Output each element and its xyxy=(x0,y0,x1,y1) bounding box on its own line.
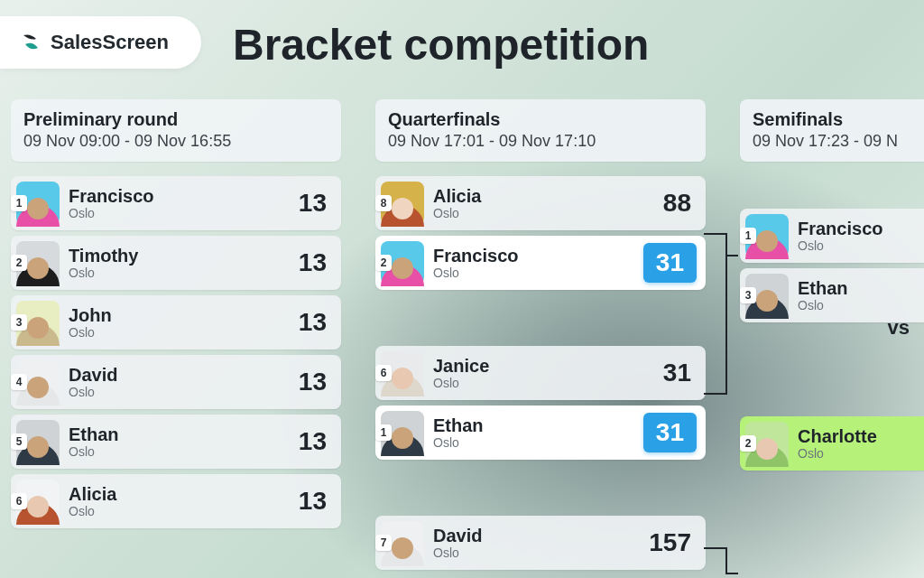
player-row[interactable]: 2FranciscoOslo31 xyxy=(375,236,706,290)
player-location: Oslo xyxy=(433,206,481,220)
avatar: 6 xyxy=(381,351,424,395)
match: 6JaniceOslo311EthanOslo31 xyxy=(375,346,706,460)
player-name: David xyxy=(433,526,482,545)
player-score: 13 xyxy=(299,368,332,396)
avatar: 4 xyxy=(16,360,60,404)
round-name: Quarterfinals xyxy=(388,108,693,130)
player-location: Oslo xyxy=(798,446,877,461)
connector xyxy=(704,547,727,549)
player-name: Ethan xyxy=(433,415,484,435)
seed-badge: 1 xyxy=(11,195,27,211)
player-row[interactable]: 1FranciscoOslo xyxy=(740,209,924,263)
player-name: Francisco xyxy=(433,246,518,266)
player-info: EthanOslo xyxy=(69,424,119,459)
avatar: 1 xyxy=(381,411,424,454)
player-row[interactable]: 5EthanOslo13 xyxy=(11,415,341,469)
player-info: JaniceOslo xyxy=(433,356,489,390)
player-name: Alicia xyxy=(433,186,481,206)
player-location: Oslo xyxy=(69,206,153,220)
player-info: AliciaOslo xyxy=(69,484,116,518)
player-row[interactable]: 6JaniceOslo31 xyxy=(375,346,706,400)
round-dates: 09 Nov 09:00 - 09 Nov 16:55 xyxy=(23,132,328,151)
player-info: CharlotteOslo xyxy=(798,426,877,461)
bracket-columns: Preliminary round 09 Nov 09:00 - 09 Nov … xyxy=(11,99,924,578)
avatar: 6 xyxy=(16,480,60,523)
player-score: 31 xyxy=(663,359,697,387)
brand-logo: SalesScreen xyxy=(0,16,201,69)
player-location: Oslo xyxy=(69,266,138,280)
player-info: JohnOslo xyxy=(69,305,112,340)
player-name: Charlotte xyxy=(798,426,877,446)
player-row[interactable]: 1EthanOslo31 xyxy=(375,406,706,460)
round-dates: 09 Nov 17:23 - 09 N xyxy=(753,132,924,151)
player-row[interactable]: 8AliciaOslo88 xyxy=(375,176,706,230)
quarterfinals-list: 8AliciaOslo882FranciscoOslo316JaniceOslo… xyxy=(375,176,706,570)
vs-label: vs xyxy=(888,316,910,340)
connector xyxy=(704,393,727,395)
round-header-preliminary: Preliminary round 09 Nov 09:00 - 09 Nov … xyxy=(11,99,341,162)
player-score: 13 xyxy=(299,308,332,337)
column-preliminary: Preliminary round 09 Nov 09:00 - 09 Nov … xyxy=(11,99,341,534)
player-info: FranciscoOslo xyxy=(433,246,518,280)
connector xyxy=(725,255,727,395)
player-row[interactable]: 3EthanOslo xyxy=(740,268,924,322)
player-name: Ethan xyxy=(69,424,119,444)
player-info: EthanOslo xyxy=(798,278,848,312)
avatar: 1 xyxy=(745,214,789,257)
player-name: Alicia xyxy=(69,484,116,504)
seed-badge: 1 xyxy=(740,228,756,244)
avatar: 3 xyxy=(745,274,789,317)
match: 7DavidOslo157 xyxy=(375,516,706,570)
player-location: Oslo xyxy=(433,545,482,560)
seed-badge: 3 xyxy=(740,287,756,303)
seed-badge: 2 xyxy=(11,255,27,271)
player-name: David xyxy=(69,365,117,385)
player-location: Oslo xyxy=(69,325,112,340)
player-row[interactable]: 6AliciaOslo13 xyxy=(11,474,341,528)
player-location: Oslo xyxy=(69,385,117,399)
avatar: 2 xyxy=(745,422,789,465)
player-name: Timothy xyxy=(69,246,138,266)
connector xyxy=(725,255,738,256)
page-title: Bracket competition xyxy=(233,20,649,70)
column-quarterfinals: Quarterfinals 09 Nov 17:01 - 09 Nov 17:1… xyxy=(375,99,706,578)
player-name: John xyxy=(69,305,112,325)
brand-icon xyxy=(20,32,42,53)
player-row[interactable]: 2CharlotteOslo xyxy=(740,416,924,471)
seed-badge: 2 xyxy=(740,435,756,452)
connector xyxy=(725,233,727,255)
player-info: FranciscoOslo xyxy=(69,186,153,220)
avatar: 8 xyxy=(381,182,424,225)
round-header-quarterfinals: Quarterfinals 09 Nov 17:01 - 09 Nov 17:1… xyxy=(375,99,706,162)
player-score: 157 xyxy=(649,528,697,557)
player-row[interactable]: 2TimothyOslo13 xyxy=(11,236,341,290)
column-semifinals: Semifinals 09 Nov 17:23 - 09 N 1Francisc… xyxy=(740,99,924,476)
player-row[interactable]: 1FranciscoOslo13 xyxy=(11,176,341,230)
player-info: EthanOslo xyxy=(433,415,484,450)
player-location: Oslo xyxy=(69,504,116,518)
round-name: Preliminary round xyxy=(23,108,328,130)
round-header-semifinals: Semifinals 09 Nov 17:23 - 09 N xyxy=(740,99,924,162)
round-dates: 09 Nov 17:01 - 09 Nov 17:10 xyxy=(388,132,693,151)
spacer xyxy=(740,328,924,416)
avatar: 2 xyxy=(381,241,424,284)
player-row[interactable]: 4DavidOslo13 xyxy=(11,355,341,409)
player-score: 88 xyxy=(663,189,697,218)
avatar: 1 xyxy=(16,182,60,225)
player-row[interactable]: 3JohnOslo13 xyxy=(11,295,341,350)
seed-badge: 7 xyxy=(375,535,392,551)
player-score: 13 xyxy=(299,487,332,516)
player-score: 13 xyxy=(299,427,332,456)
player-location: Oslo xyxy=(433,266,518,280)
connector xyxy=(704,233,727,235)
connector xyxy=(725,573,738,574)
round-name: Semifinals xyxy=(753,108,924,130)
connector xyxy=(725,547,727,574)
avatar: 3 xyxy=(16,301,60,344)
match: 8AliciaOslo882FranciscoOslo31 xyxy=(375,176,706,290)
avatar: 2 xyxy=(16,241,60,284)
player-row[interactable]: 7DavidOslo157 xyxy=(375,516,706,570)
player-location: Oslo xyxy=(798,298,848,312)
avatar: 7 xyxy=(381,521,424,564)
player-location: Oslo xyxy=(433,376,489,390)
